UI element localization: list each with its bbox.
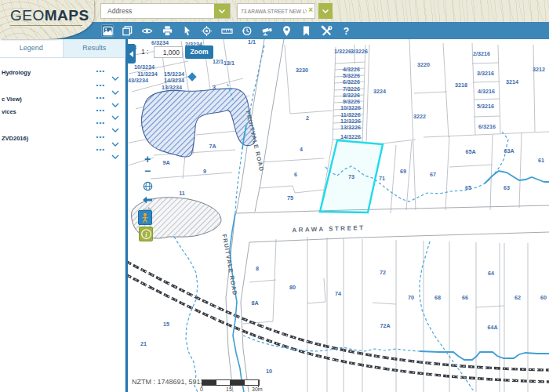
layer-menu-button[interactable]: •••: [96, 67, 105, 74]
layer-menu-button[interactable]: •••: [96, 133, 105, 140]
parcel-label: 1/1: [248, 39, 256, 45]
zoom-out-button[interactable]: −: [141, 165, 154, 176]
layer-row: c View)•••: [0, 93, 125, 106]
tab-legend[interactable]: Legend: [0, 39, 63, 57]
parcel-label: 12/1: [213, 58, 224, 65]
scale-prefix-label: 1 :: [141, 48, 148, 56]
parcel-label: 70: [408, 294, 414, 301]
layer-label: Hydrology: [2, 69, 31, 76]
parcel-label: 60: [540, 294, 547, 301]
parcel-label: 2: [306, 114, 309, 122]
basemap-gallery-icon[interactable]: [101, 24, 114, 37]
layer-menu-button[interactable]: •••: [96, 107, 105, 114]
scalebar-label: 30m: [252, 387, 263, 392]
layer-expand-button[interactable]: [111, 149, 119, 163]
parcel-label: 3222: [413, 113, 426, 120]
select-cursor-icon[interactable]: [181, 24, 194, 37]
geomaps-app: Address × ? GEOMAPS Legend Results Hydro…: [0, 0, 549, 392]
parcel-label: 80: [289, 284, 296, 291]
diamond-marker: [187, 72, 196, 81]
parcel-label: 3214: [506, 78, 518, 85]
street-view-button[interactable]: [138, 210, 152, 225]
parcel-label: 65: [465, 184, 471, 191]
tools-icon[interactable]: [320, 24, 333, 37]
parcel-label: 3220: [417, 61, 430, 68]
search-field[interactable]: ×: [237, 3, 315, 19]
parcel-label: 64A: [487, 324, 497, 331]
parcel-label: 1/3226: [334, 48, 351, 55]
layer-label: vices: [2, 108, 16, 115]
chevron-left-icon: [128, 50, 134, 58]
layer-label: ZVD2016): [2, 135, 28, 142]
identify-button[interactable]: i: [139, 227, 153, 241]
parcel-label: 64: [488, 270, 494, 277]
search-type-dropdown-button[interactable]: [214, 4, 230, 18]
layers-icon[interactable]: [121, 24, 133, 37]
help-icon[interactable]: ?: [340, 24, 353, 37]
parcel-label: 8: [256, 265, 259, 272]
search-input[interactable]: [239, 4, 308, 18]
search-type-value: Address: [107, 7, 132, 15]
parcel-label: 65A: [465, 148, 475, 155]
search-type-select[interactable]: Address: [100, 3, 231, 19]
parcel-label: 72A: [380, 322, 390, 329]
parcel-label: 15: [163, 321, 169, 328]
visibility-icon[interactable]: [141, 24, 154, 37]
measure-ruler-icon[interactable]: [220, 24, 233, 37]
street-camera-icon[interactable]: [260, 24, 273, 37]
tab-results[interactable]: Results: [63, 39, 126, 57]
layer-menu-button[interactable]: •••: [96, 94, 105, 101]
layer-row: •••: [0, 145, 125, 158]
parcel-label: 3224: [373, 88, 386, 95]
parcel-label: 5/3216: [477, 103, 494, 110]
parcel-label: 10: [266, 368, 272, 375]
parcel-label: 61: [538, 157, 544, 164]
collapse-sidebar-button[interactable]: [125, 44, 136, 64]
zoom-button[interactable]: Zoom: [185, 45, 213, 59]
layer-row: •••: [0, 81, 125, 93]
road-lines: [226, 39, 549, 392]
parcel-label: 3230: [296, 67, 308, 74]
parcel-label: 72: [380, 269, 386, 276]
parcel-label: 8A: [251, 299, 258, 307]
history-clock-icon[interactable]: [241, 24, 253, 37]
full-extent-button[interactable]: [143, 180, 153, 194]
sidebar-tabs: Legend Results: [0, 39, 125, 58]
parcel-label: 63: [504, 184, 510, 191]
chevron-down-icon: [322, 9, 329, 13]
parcel-label: 11: [179, 190, 185, 197]
clear-search-icon[interactable]: ×: [308, 6, 313, 14]
scale-input[interactable]: [154, 46, 183, 58]
layer-label: c View): [2, 96, 22, 103]
location-pin-icon[interactable]: [281, 24, 293, 37]
parcel-label: 62: [514, 294, 521, 301]
parcel-label: 10/3226: [340, 104, 361, 111]
map-canvas[interactable]: 2386/32342/32341/112/113/110/323411/3234…: [125, 39, 549, 392]
layer-menu-button[interactable]: •••: [96, 82, 105, 89]
sidebar: Legend Results Hydrology••••••c View)•••…: [0, 39, 125, 392]
search-dropdown-button[interactable]: [318, 3, 333, 19]
bookmark-icon[interactable]: [300, 24, 313, 37]
layer-menu-button[interactable]: •••: [96, 146, 105, 153]
chevron-down-icon: [111, 154, 119, 160]
locate-target-icon[interactable]: [201, 24, 213, 37]
parcel-label: 2/3216: [473, 50, 490, 57]
parcel-label: 74: [335, 290, 341, 297]
railway-line: [125, 261, 549, 382]
print-icon[interactable]: [161, 24, 173, 37]
parcel-label: 6/3226: [343, 78, 360, 85]
parcel-label: 7A: [209, 143, 216, 150]
parcel-label: 66: [462, 294, 468, 301]
chevron-down-icon: [219, 9, 225, 13]
layer-row: Hydrology•••: [0, 67, 125, 79]
layer-menu-button[interactable]: •••: [96, 119, 105, 126]
parcel-label: 67: [430, 171, 436, 178]
parcel-label: 13/3226: [340, 124, 361, 131]
parcel-label: 9A: [162, 159, 169, 166]
svg-text:?: ?: [344, 25, 349, 36]
parcel-label: 75: [287, 194, 293, 201]
zoom-in-button[interactable]: +: [141, 154, 154, 165]
parcel-label: 63A: [504, 147, 514, 154]
info-icon: i: [140, 228, 152, 240]
svg-text:i: i: [145, 230, 147, 238]
